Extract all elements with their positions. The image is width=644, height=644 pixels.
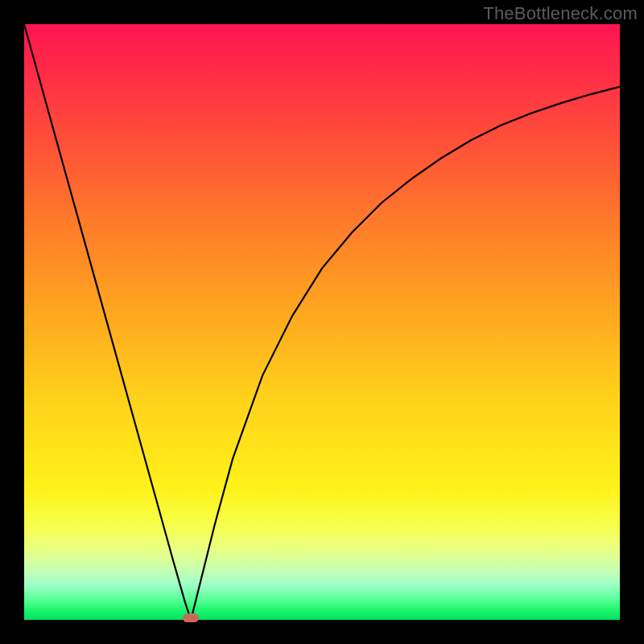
curve-right-branch — [191, 87, 620, 620]
min-marker — [183, 613, 199, 622]
watermark-text: TheBottleneck.com — [483, 3, 638, 24]
curve-svg — [24, 24, 620, 620]
plot-area — [24, 24, 620, 620]
curve-left-branch — [24, 24, 191, 620]
chart-frame: TheBottleneck.com — [0, 0, 644, 644]
